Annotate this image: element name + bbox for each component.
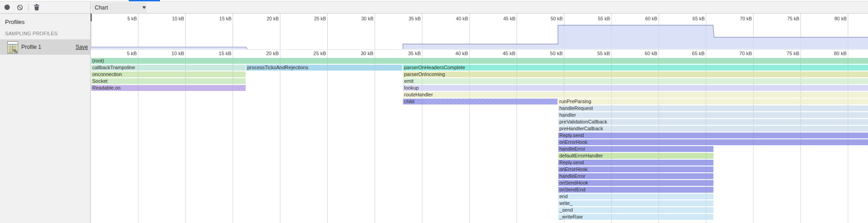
svg-text:80 kB: 80 kB	[834, 51, 847, 56]
svg-text:parserOnIncoming: parserOnIncoming	[404, 71, 446, 77]
svg-text:Socket: Socket	[92, 78, 108, 84]
svg-text:onSendHook: onSendHook	[559, 180, 588, 185]
svg-text:handler: handler	[559, 112, 576, 118]
svg-text:parserOnHeadersComplete: parserOnHeadersComplete	[404, 65, 466, 70]
svg-text:80 kB: 80 kB	[834, 16, 847, 21]
svg-text:onconnection: onconnection	[92, 71, 122, 77]
svg-text:15 kB: 15 kB	[219, 16, 232, 21]
svg-text:child: child	[404, 99, 415, 104]
svg-text:75 kB: 75 kB	[787, 16, 800, 21]
svg-text:30 kB: 30 kB	[361, 16, 373, 21]
svg-text:write_: write_	[559, 200, 573, 206]
svg-text:35 kB: 35 kB	[408, 51, 421, 56]
svg-text:60 kB: 60 kB	[645, 51, 657, 56]
svg-text:25 kB: 25 kB	[314, 16, 326, 21]
svg-text:defaultErrorHandler: defaultErrorHandler	[559, 153, 603, 158]
svg-text:preValidationCallback: preValidationCallback	[559, 119, 607, 124]
svg-text:onSendEnd: onSendEnd	[559, 187, 586, 192]
svg-text:35 kB: 35 kB	[408, 16, 421, 21]
svg-text:15 kB: 15 kB	[219, 51, 232, 56]
svg-text:handleRequest: handleRequest	[559, 105, 593, 111]
svg-text:Readable.on: Readable.on	[92, 85, 121, 90]
svg-text:%: %	[13, 48, 18, 54]
svg-text:55 kB: 55 kB	[598, 16, 610, 21]
svg-text:25 kB: 25 kB	[313, 51, 326, 56]
svg-text:onErrorHook: onErrorHook	[559, 166, 588, 172]
svg-text:45 kB: 45 kB	[503, 16, 515, 21]
svg-text:20 kB: 20 kB	[266, 51, 279, 56]
svg-text:10 kB: 10 kB	[171, 51, 184, 56]
svg-text:5 kB: 5 kB	[127, 51, 137, 56]
svg-text:65 kB: 65 kB	[692, 51, 705, 56]
svg-text:(root): (root)	[92, 58, 104, 63]
svg-text:handleError: handleError	[559, 146, 586, 152]
svg-text:45 kB: 45 kB	[503, 51, 515, 56]
svg-text:70 kB: 70 kB	[739, 51, 752, 56]
svg-text:30 kB: 30 kB	[361, 51, 373, 56]
svg-text:55 kB: 55 kB	[597, 51, 610, 56]
svg-text:onErrorHook: onErrorHook	[559, 139, 588, 145]
svg-text:20 kB: 20 kB	[267, 16, 279, 21]
svg-text:70 kB: 70 kB	[740, 16, 752, 21]
svg-text:40 kB: 40 kB	[456, 51, 468, 56]
svg-text:65 kB: 65 kB	[693, 16, 705, 21]
svg-text:40 kB: 40 kB	[456, 16, 468, 21]
svg-text:_send: _send	[559, 207, 573, 213]
svg-text:runPreParsing: runPreParsing	[559, 99, 591, 104]
svg-text:Reply.send: Reply.send	[559, 133, 584, 138]
svg-text:50 kB: 50 kB	[550, 51, 563, 56]
svg-text:Reply.send: Reply.send	[559, 160, 584, 165]
svg-text:50 kB: 50 kB	[551, 16, 563, 21]
svg-text:handleError: handleError	[559, 173, 586, 179]
svg-text:preHandlerCallback: preHandlerCallback	[559, 126, 603, 131]
svg-text:60 kB: 60 kB	[645, 16, 657, 21]
svg-text:5 kB: 5 kB	[127, 16, 137, 21]
svg-text:10 kB: 10 kB	[172, 16, 184, 21]
svg-text:processTicksAndRejections: processTicksAndRejections	[247, 65, 309, 70]
svg-text:lookup: lookup	[404, 85, 419, 90]
svg-text:75 kB: 75 kB	[786, 51, 799, 56]
svg-text:callbackTrampoline: callbackTrampoline	[92, 65, 135, 70]
svg-text:emit: emit	[404, 78, 414, 84]
svg-text:_writeRaw: _writeRaw	[559, 214, 582, 219]
svg-text:routeHandler: routeHandler	[404, 92, 433, 97]
svg-text:end: end	[559, 194, 567, 199]
